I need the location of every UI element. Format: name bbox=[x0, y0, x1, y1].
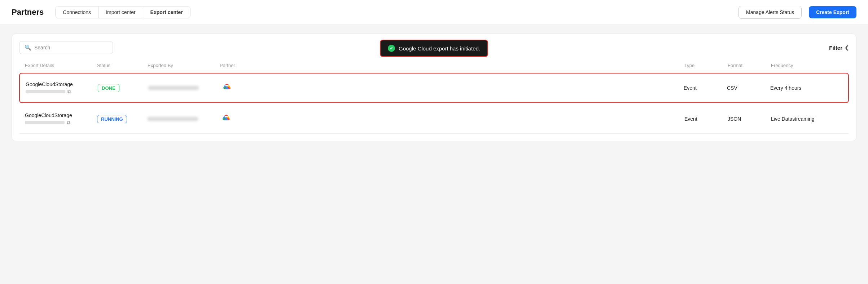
toast-message: Google Cloud export has initiated. bbox=[399, 45, 480, 52]
toast-container: Google Cloud export has initiated. bbox=[380, 40, 488, 57]
col-exported-by: Exported By bbox=[148, 63, 220, 68]
col-frequency: Frequency bbox=[771, 63, 843, 68]
format-cell: CSV bbox=[727, 85, 770, 91]
status-badge: RUNNING bbox=[97, 115, 127, 123]
status-cell: DONE bbox=[98, 84, 148, 92]
col-format: Format bbox=[728, 63, 771, 68]
exported-by-blur bbox=[148, 86, 199, 90]
content-panel: Google Cloud export has initiated. 🔍 Fil… bbox=[12, 34, 856, 141]
table-row[interactable]: GoogleCloudStorage ⧉ RUNNING bbox=[19, 105, 849, 134]
status-cell: RUNNING bbox=[97, 115, 148, 123]
exported-by-blur bbox=[148, 117, 198, 121]
copy-icon[interactable]: ⧉ bbox=[67, 120, 70, 126]
table-row[interactable]: GoogleCloudStorage ⧉ DONE bbox=[19, 73, 849, 103]
frequency-cell: Every 4 hours bbox=[770, 85, 842, 91]
google-cloud-icon bbox=[220, 112, 233, 125]
format-value: CSV bbox=[727, 85, 737, 91]
main-content: Google Cloud export has initiated. 🔍 Fil… bbox=[0, 25, 868, 150]
header: Partners Connections Import center Expor… bbox=[0, 0, 868, 25]
frequency-value: Every 4 hours bbox=[770, 85, 801, 91]
export-name: GoogleCloudStorage bbox=[25, 112, 97, 118]
toast-notification: Google Cloud export has initiated. bbox=[380, 40, 488, 57]
search-icon: 🔍 bbox=[25, 44, 31, 51]
filter-label: Filter bbox=[829, 45, 842, 51]
tab-connections[interactable]: Connections bbox=[56, 6, 98, 18]
filter-button[interactable]: Filter ❮ bbox=[829, 45, 849, 51]
tab-export-center[interactable]: Export center bbox=[143, 6, 190, 18]
chevron-left-icon: ❮ bbox=[845, 45, 849, 50]
copy-icon[interactable]: ⧉ bbox=[67, 89, 71, 95]
partner-cell bbox=[220, 112, 684, 126]
col-export-details: Export Details bbox=[25, 63, 97, 68]
type-value: Event bbox=[684, 85, 697, 91]
partner-cell bbox=[220, 81, 684, 95]
search-box[interactable]: 🔍 bbox=[19, 41, 113, 54]
status-badge: DONE bbox=[98, 84, 119, 92]
export-details-cell: GoogleCloudStorage ⧉ bbox=[26, 81, 98, 95]
frequency-value: Live Datastreaming bbox=[771, 116, 815, 122]
export-name: GoogleCloudStorage bbox=[26, 81, 98, 87]
exported-by-cell bbox=[148, 117, 220, 121]
col-status: Status bbox=[97, 63, 148, 68]
table-header: Export Details Status Exported By Partne… bbox=[19, 60, 849, 71]
export-details-cell: GoogleCloudStorage ⧉ bbox=[25, 112, 97, 126]
manage-alerts-button[interactable]: Manage Alerts Status bbox=[738, 6, 802, 19]
page-title: Partners bbox=[12, 8, 44, 17]
type-cell: Event bbox=[684, 116, 728, 122]
format-cell: JSON bbox=[728, 116, 771, 122]
tab-group: Connections Import center Export center bbox=[55, 6, 190, 18]
type-value: Event bbox=[684, 116, 697, 122]
type-cell: Event bbox=[684, 85, 727, 91]
export-id-blur bbox=[25, 121, 65, 124]
create-export-button[interactable]: Create Export bbox=[809, 6, 856, 18]
export-sub: ⧉ bbox=[26, 89, 98, 95]
exported-by-cell bbox=[148, 86, 220, 90]
col-type: Type bbox=[684, 63, 728, 68]
google-cloud-icon bbox=[220, 81, 233, 94]
format-value: JSON bbox=[728, 116, 741, 122]
tab-import-center[interactable]: Import center bbox=[98, 6, 143, 18]
export-id-blur bbox=[26, 90, 65, 93]
toast-success-icon bbox=[388, 45, 395, 52]
frequency-cell: Live Datastreaming bbox=[771, 116, 843, 122]
export-sub: ⧉ bbox=[25, 120, 97, 126]
search-input[interactable] bbox=[34, 45, 108, 50]
col-partner: Partner bbox=[220, 63, 684, 68]
